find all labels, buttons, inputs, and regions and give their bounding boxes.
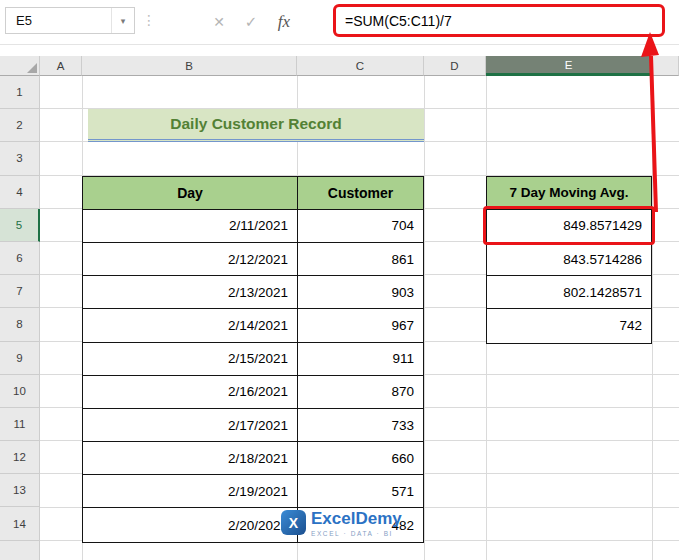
row-header-1[interactable]: 1 (0, 76, 40, 109)
watermark-brand: ExcelDemy (311, 510, 402, 529)
table-cell-customer[interactable]: 571 (298, 475, 423, 507)
table-cell-day[interactable]: 2/18/2021 (83, 442, 298, 474)
table-cell-day[interactable]: 2/15/2021 (83, 343, 298, 375)
formula-input[interactable]: =SUM(C5:C11)/7 (333, 4, 665, 37)
row-header-10[interactable]: 10 (0, 375, 40, 408)
row-header-3[interactable]: 3 (0, 142, 40, 175)
column-header-filler (652, 56, 679, 76)
exceldemy-logo-icon: X (281, 510, 306, 535)
row-header-11[interactable]: 11 (0, 408, 40, 441)
customer-table: Day Customer 2/11/2021 704 2/12/2021 861… (82, 176, 424, 543)
row-header-5[interactable]: 5 (0, 209, 40, 242)
column-header-a[interactable]: A (40, 56, 82, 76)
moving-avg-cell-e7[interactable]: 802.1428571 (487, 276, 651, 309)
table-row: 2/18/2021 660 (83, 442, 423, 475)
row-header-2[interactable]: 2 (0, 109, 40, 142)
row-header-6[interactable]: 6 (0, 242, 40, 275)
table-cell-day[interactable]: 2/19/2021 (83, 475, 298, 507)
table-header-row: Day Customer (83, 177, 423, 210)
table-cell-day[interactable]: 2/13/2021 (83, 276, 298, 308)
select-all-corner[interactable] (0, 56, 40, 76)
table-header-customer[interactable]: Customer (298, 177, 423, 209)
row-header-14[interactable]: 14 (0, 507, 40, 540)
table-cell-day[interactable]: 2/14/2021 (83, 309, 298, 341)
formula-bar-splitter-icon[interactable]: ⋮ (142, 13, 156, 27)
formula-text: =SUM(C5:C11)/7 (336, 13, 452, 29)
table-row: 2/14/2021 967 (83, 309, 423, 342)
row-header-4[interactable]: 4 (0, 176, 40, 209)
name-box-value: E5 (6, 8, 111, 33)
table-row: 2/17/2021 733 (83, 409, 423, 442)
table-row: 2/11/2021 704 (83, 210, 423, 243)
column-header-e[interactable]: E (486, 56, 652, 76)
title-cell[interactable]: Daily Customer Record (88, 109, 424, 142)
moving-avg-cell-e5[interactable]: 849.8571429 (487, 210, 651, 243)
row-header-column: 1 2 3 4 5 6 7 8 9 10 11 12 13 14 (0, 76, 40, 560)
cancel-icon[interactable]: ✕ (206, 9, 232, 34)
table-cell-customer[interactable]: 903 (298, 276, 423, 308)
table-cell-day[interactable]: 2/11/2021 (83, 210, 298, 242)
table-row: 2/19/2021 571 (83, 475, 423, 508)
row-header-13[interactable]: 13 (0, 474, 40, 507)
formula-bar: E5 ▾ ⋮ ✕ ✓ fx =SUM(C5:C11)/7 (0, 0, 679, 45)
table-row: 2/12/2021 861 (83, 243, 423, 276)
excel-window: E5 ▾ ⋮ ✕ ✓ fx =SUM(C5:C11)/7 A B C D E 1… (0, 0, 679, 560)
column-header-b[interactable]: B (82, 56, 297, 76)
name-box-dropdown-icon[interactable]: ▾ (111, 8, 134, 33)
table-cell-day[interactable]: 2/16/2021 (83, 376, 298, 408)
row-header-filler (0, 541, 40, 560)
moving-avg-cell-e6[interactable]: 843.5714286 (487, 243, 651, 276)
moving-avg-table: 7 Day Moving Avg. 849.8571429 843.571428… (486, 176, 652, 344)
worksheet: A B C D E 1 2 3 4 5 6 7 8 9 10 11 12 13 … (0, 56, 679, 560)
moving-avg-cell-e8[interactable]: 742 (487, 309, 651, 342)
table-row: 2/16/2021 870 (83, 376, 423, 409)
table-cell-customer[interactable]: 870 (298, 376, 423, 408)
row-header-7[interactable]: 7 (0, 275, 40, 308)
moving-avg-header[interactable]: 7 Day Moving Avg. (487, 177, 651, 210)
table-cell-customer[interactable]: 911 (298, 343, 423, 375)
row-header-12[interactable]: 12 (0, 441, 40, 474)
table-row: 2/15/2021 911 (83, 343, 423, 376)
table-cell-day[interactable]: 2/12/2021 (83, 243, 298, 275)
watermark-tagline: EXCEL · DATA · BI (311, 530, 402, 537)
column-header-row: A B C D E (0, 56, 679, 76)
column-header-d[interactable]: D (424, 56, 486, 76)
table-header-day[interactable]: Day (83, 177, 298, 209)
table-cell-day[interactable]: 2/17/2021 (83, 409, 298, 441)
row-header-9[interactable]: 9 (0, 342, 40, 375)
exceldemy-watermark: X ExcelDemy EXCEL · DATA · BI (281, 510, 402, 537)
table-cell-customer[interactable]: 704 (298, 210, 423, 242)
table-cell-customer[interactable]: 733 (298, 409, 423, 441)
table-row: 2/13/2021 903 (83, 276, 423, 309)
column-header-c[interactable]: C (297, 56, 424, 76)
name-box[interactable]: E5 ▾ (5, 7, 135, 34)
insert-function-icon[interactable]: fx (271, 9, 297, 34)
table-cell-customer[interactable]: 861 (298, 243, 423, 275)
enter-icon[interactable]: ✓ (238, 9, 264, 34)
table-cell-customer[interactable]: 660 (298, 442, 423, 474)
row-header-8[interactable]: 8 (0, 308, 40, 341)
table-cell-day[interactable]: 2/20/2021 (83, 508, 298, 541)
table-cell-customer[interactable]: 967 (298, 309, 423, 341)
